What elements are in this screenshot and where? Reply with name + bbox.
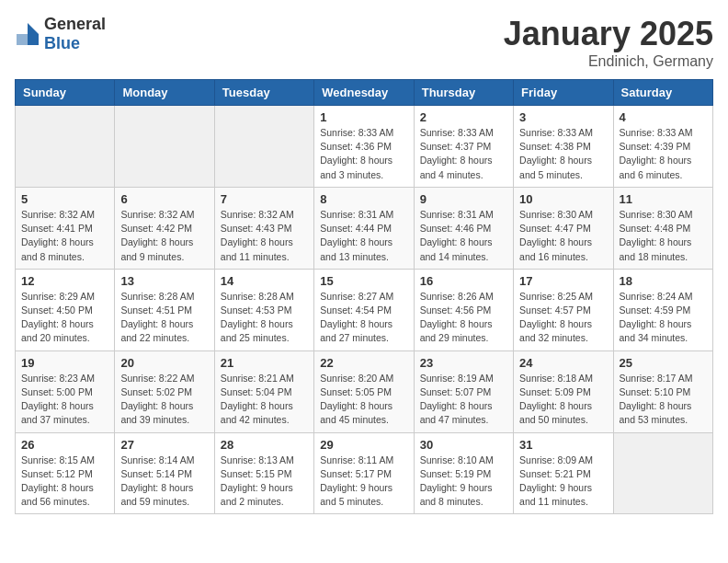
weekday-header: Saturday <box>613 80 712 106</box>
weekday-header: Sunday <box>16 80 115 106</box>
calendar-cell: 17Sunrise: 8:25 AM Sunset: 4:57 PM Dayli… <box>514 269 613 350</box>
calendar-header: SundayMondayTuesdayWednesdayThursdayFrid… <box>16 80 713 106</box>
calendar-cell: 24Sunrise: 8:18 AM Sunset: 5:09 PM Dayli… <box>514 350 613 432</box>
calendar-cell: 13Sunrise: 8:28 AM Sunset: 4:51 PM Dayli… <box>115 269 214 350</box>
day-number: 13 <box>120 274 208 288</box>
day-info: Sunrise: 8:33 AM Sunset: 4:36 PM Dayligh… <box>320 126 407 182</box>
calendar-cell: 11Sunrise: 8:30 AM Sunset: 4:48 PM Dayli… <box>613 187 712 269</box>
weekday-row: SundayMondayTuesdayWednesdayThursdayFrid… <box>16 80 713 106</box>
day-info: Sunrise: 8:28 AM Sunset: 4:53 PM Dayligh… <box>221 290 308 346</box>
day-info: Sunrise: 8:26 AM Sunset: 4:56 PM Dayligh… <box>420 290 507 346</box>
calendar-table: SundayMondayTuesdayWednesdayThursdayFrid… <box>15 79 713 514</box>
day-info: Sunrise: 8:32 AM Sunset: 4:41 PM Dayligh… <box>21 208 108 264</box>
logo-text: General Blue <box>44 15 106 53</box>
day-info: Sunrise: 8:11 AM Sunset: 5:17 PM Dayligh… <box>320 454 407 510</box>
day-info: Sunrise: 8:32 AM Sunset: 4:43 PM Dayligh… <box>221 208 308 264</box>
calendar-cell: 1Sunrise: 8:33 AM Sunset: 4:36 PM Daylig… <box>314 106 414 188</box>
calendar-subtitle: Endinich, Germany <box>504 53 713 70</box>
calendar-cell <box>214 106 313 188</box>
day-number: 19 <box>21 356 108 370</box>
day-number: 2 <box>420 110 507 124</box>
day-number: 25 <box>620 356 707 370</box>
day-info: Sunrise: 8:19 AM Sunset: 5:07 PM Dayligh… <box>420 372 507 428</box>
calendar-cell: 4Sunrise: 8:33 AM Sunset: 4:39 PM Daylig… <box>613 106 712 188</box>
weekday-header: Friday <box>514 80 613 106</box>
svg-marker-0 <box>28 23 39 34</box>
calendar-cell: 19Sunrise: 8:23 AM Sunset: 5:00 PM Dayli… <box>16 350 115 432</box>
calendar-cell: 28Sunrise: 8:13 AM Sunset: 5:15 PM Dayli… <box>214 432 313 514</box>
day-info: Sunrise: 8:24 AM Sunset: 4:59 PM Dayligh… <box>620 290 707 346</box>
day-number: 17 <box>519 274 607 288</box>
day-info: Sunrise: 8:25 AM Sunset: 4:57 PM Dayligh… <box>519 290 607 346</box>
weekday-header: Wednesday <box>314 80 414 106</box>
day-number: 14 <box>221 274 308 288</box>
calendar-cell <box>613 432 712 514</box>
day-info: Sunrise: 8:20 AM Sunset: 5:05 PM Dayligh… <box>320 372 407 428</box>
calendar-cell: 7Sunrise: 8:32 AM Sunset: 4:43 PM Daylig… <box>214 187 313 269</box>
day-number: 27 <box>120 438 208 452</box>
day-number: 7 <box>221 192 308 206</box>
day-number: 24 <box>519 356 607 370</box>
day-number: 1 <box>320 110 407 124</box>
calendar-cell: 15Sunrise: 8:27 AM Sunset: 4:54 PM Dayli… <box>314 269 414 350</box>
day-number: 23 <box>420 356 507 370</box>
day-info: Sunrise: 8:22 AM Sunset: 5:02 PM Dayligh… <box>120 372 208 428</box>
day-number: 4 <box>620 110 707 124</box>
logo-general: General <box>44 15 106 33</box>
day-info: Sunrise: 8:17 AM Sunset: 5:10 PM Dayligh… <box>620 372 707 428</box>
calendar-row: 5Sunrise: 8:32 AM Sunset: 4:41 PM Daylig… <box>16 187 713 269</box>
calendar-cell: 10Sunrise: 8:30 AM Sunset: 4:47 PM Dayli… <box>514 187 613 269</box>
day-number: 8 <box>320 192 407 206</box>
calendar-row: 12Sunrise: 8:29 AM Sunset: 4:50 PM Dayli… <box>16 269 713 350</box>
weekday-header: Monday <box>115 80 214 106</box>
day-number: 20 <box>120 356 208 370</box>
day-number: 6 <box>120 192 208 206</box>
svg-marker-2 <box>17 34 28 45</box>
weekday-header: Thursday <box>414 80 513 106</box>
day-info: Sunrise: 8:28 AM Sunset: 4:51 PM Dayligh… <box>120 290 208 346</box>
day-number: 16 <box>420 274 507 288</box>
day-number: 22 <box>320 356 407 370</box>
calendar-cell: 29Sunrise: 8:11 AM Sunset: 5:17 PM Dayli… <box>314 432 414 514</box>
calendar-cell: 16Sunrise: 8:26 AM Sunset: 4:56 PM Dayli… <box>414 269 513 350</box>
calendar-cell: 22Sunrise: 8:20 AM Sunset: 5:05 PM Dayli… <box>314 350 414 432</box>
calendar-cell: 23Sunrise: 8:19 AM Sunset: 5:07 PM Dayli… <box>414 350 513 432</box>
day-info: Sunrise: 8:09 AM Sunset: 5:21 PM Dayligh… <box>519 454 607 510</box>
day-number: 29 <box>320 438 407 452</box>
day-info: Sunrise: 8:33 AM Sunset: 4:39 PM Dayligh… <box>620 126 707 182</box>
day-info: Sunrise: 8:30 AM Sunset: 4:47 PM Dayligh… <box>519 208 607 264</box>
calendar-row: 1Sunrise: 8:33 AM Sunset: 4:36 PM Daylig… <box>16 106 713 188</box>
calendar-body: 1Sunrise: 8:33 AM Sunset: 4:36 PM Daylig… <box>16 106 713 514</box>
calendar-cell: 18Sunrise: 8:24 AM Sunset: 4:59 PM Dayli… <box>613 269 712 350</box>
day-number: 12 <box>21 274 108 288</box>
day-number: 30 <box>420 438 507 452</box>
calendar-cell: 30Sunrise: 8:10 AM Sunset: 5:19 PM Dayli… <box>414 432 513 514</box>
calendar-row: 26Sunrise: 8:15 AM Sunset: 5:12 PM Dayli… <box>16 432 713 514</box>
calendar-cell: 12Sunrise: 8:29 AM Sunset: 4:50 PM Dayli… <box>16 269 115 350</box>
logo-blue: Blue <box>44 34 80 52</box>
day-info: Sunrise: 8:18 AM Sunset: 5:09 PM Dayligh… <box>519 372 607 428</box>
calendar-cell: 21Sunrise: 8:21 AM Sunset: 5:04 PM Dayli… <box>214 350 313 432</box>
calendar-cell: 20Sunrise: 8:22 AM Sunset: 5:02 PM Dayli… <box>115 350 214 432</box>
calendar-cell <box>16 106 115 188</box>
day-number: 10 <box>519 192 607 206</box>
day-info: Sunrise: 8:30 AM Sunset: 4:48 PM Dayligh… <box>620 208 707 264</box>
day-number: 9 <box>420 192 507 206</box>
calendar-cell <box>115 106 214 188</box>
calendar-cell: 14Sunrise: 8:28 AM Sunset: 4:53 PM Dayli… <box>214 269 313 350</box>
day-info: Sunrise: 8:23 AM Sunset: 5:00 PM Dayligh… <box>21 372 108 428</box>
day-info: Sunrise: 8:32 AM Sunset: 4:42 PM Dayligh… <box>120 208 208 264</box>
title-block: January 2025 Endinich, Germany <box>504 15 713 70</box>
calendar-cell: 6Sunrise: 8:32 AM Sunset: 4:42 PM Daylig… <box>115 187 214 269</box>
day-info: Sunrise: 8:21 AM Sunset: 5:04 PM Dayligh… <box>221 372 308 428</box>
day-number: 3 <box>519 110 607 124</box>
day-info: Sunrise: 8:33 AM Sunset: 4:38 PM Dayligh… <box>519 126 607 182</box>
calendar-row: 19Sunrise: 8:23 AM Sunset: 5:00 PM Dayli… <box>16 350 713 432</box>
calendar-cell: 8Sunrise: 8:31 AM Sunset: 4:44 PM Daylig… <box>314 187 414 269</box>
day-info: Sunrise: 8:27 AM Sunset: 4:54 PM Dayligh… <box>320 290 407 346</box>
calendar-cell: 2Sunrise: 8:33 AM Sunset: 4:37 PM Daylig… <box>414 106 513 188</box>
day-number: 11 <box>620 192 707 206</box>
day-info: Sunrise: 8:31 AM Sunset: 4:44 PM Dayligh… <box>320 208 407 264</box>
page-header: General Blue January 2025 Endinich, Germ… <box>15 15 713 70</box>
weekday-header: Tuesday <box>214 80 313 106</box>
